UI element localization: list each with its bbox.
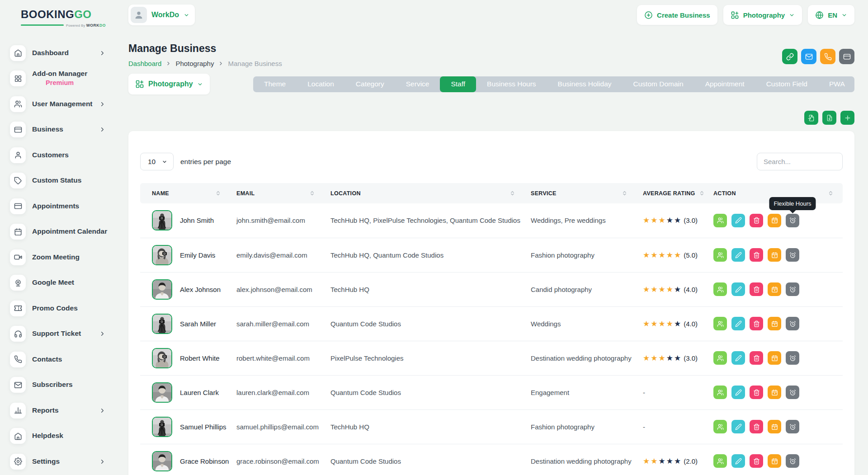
sort-icon[interactable] <box>828 190 834 196</box>
language-dropdown[interactable]: EN <box>808 5 854 25</box>
flexible-hours-button[interactable] <box>786 248 799 262</box>
tab-pwa[interactable]: PWA <box>818 76 856 92</box>
sidebar-item-customers[interactable]: Customers <box>10 142 106 168</box>
sidebar-item-business[interactable]: Business <box>10 117 106 142</box>
sidebar-item-custom-status[interactable]: Custom Status <box>10 168 106 193</box>
column-header-name[interactable]: NAME <box>140 183 225 203</box>
edit-button[interactable] <box>731 420 745 433</box>
brand-logo[interactable]: BOOKINGGO Powered By WORKDO <box>21 8 106 28</box>
flexible-hours-button[interactable]: Flexible Hours <box>786 214 799 227</box>
sort-icon[interactable] <box>622 190 627 196</box>
schedule-button[interactable] <box>768 351 781 365</box>
delete-button[interactable] <box>750 282 763 296</box>
breadcrumb-dashboard[interactable]: Dashboard <box>128 60 161 67</box>
flexible-hours-button[interactable] <box>786 454 799 468</box>
schedule-button[interactable] <box>768 248 781 262</box>
schedule-button[interactable] <box>768 282 781 296</box>
tab-category[interactable]: Category <box>345 76 395 92</box>
flexible-hours-button[interactable] <box>786 282 799 296</box>
delete-button[interactable] <box>750 214 763 227</box>
tab-custom-domain[interactable]: Custom Domain <box>623 76 694 92</box>
tab-theme[interactable]: Theme <box>253 76 297 92</box>
delete-button[interactable] <box>750 351 763 365</box>
sort-icon[interactable] <box>699 190 705 196</box>
sort-icon[interactable] <box>509 190 515 196</box>
edit-button[interactable] <box>731 282 745 296</box>
edit-button[interactable] <box>731 351 745 365</box>
sidebar-item-appointment-calendar[interactable]: Appointment Calendar <box>10 219 106 245</box>
delete-button[interactable] <box>750 454 763 468</box>
delete-button[interactable] <box>750 420 763 433</box>
business-filter-dropdown[interactable]: Photography <box>128 74 210 94</box>
sidebar-item-settings[interactable]: Settings <box>10 449 106 475</box>
sidebar-item-add-on-manager[interactable]: Add-on Manager Premium <box>10 66 106 91</box>
schedule-button[interactable] <box>768 386 781 399</box>
credit-card-action-button[interactable] <box>839 49 854 64</box>
tab-custom-field[interactable]: Custom Field <box>755 76 818 92</box>
schedule-button[interactable] <box>768 420 781 433</box>
tab-location[interactable]: Location <box>297 76 345 92</box>
sidebar-item-reports[interactable]: Reports <box>10 398 106 423</box>
sidebar-item-promo-codes[interactable]: Promo Codes <box>10 296 106 321</box>
sidebar-item-support-ticket[interactable]: Support Ticket <box>10 321 106 347</box>
assign-staff-button[interactable] <box>713 351 727 365</box>
edit-button[interactable] <box>731 317 745 330</box>
sidebar-item-dashboard[interactable]: Dashboard <box>10 40 106 66</box>
schedule-button[interactable] <box>768 317 781 330</box>
assign-staff-button[interactable] <box>713 248 727 262</box>
assign-staff-button[interactable] <box>713 420 727 433</box>
tab-staff[interactable]: Staff <box>440 76 476 92</box>
edit-button[interactable] <box>731 214 745 227</box>
export-button[interactable] <box>822 111 836 125</box>
sidebar-item-user-management[interactable]: User Management <box>10 91 106 117</box>
users-icon <box>717 286 724 293</box>
sidebar-item-contacts[interactable]: Contacts <box>10 347 106 372</box>
delete-button[interactable] <box>750 317 763 330</box>
link-action-button[interactable] <box>782 49 797 64</box>
sidebar-item-appointments[interactable]: Appointments <box>10 193 106 219</box>
sidebar-item-helpdesk[interactable]: Helpdesk <box>10 423 106 449</box>
flexible-hours-button[interactable] <box>786 317 799 330</box>
assign-staff-button[interactable] <box>713 386 727 399</box>
workspace-switcher[interactable]: WorkDo <box>128 5 195 25</box>
business-selector-dropdown[interactable]: Photography <box>723 5 802 25</box>
entries-select[interactable]: 10 <box>140 153 174 170</box>
edit-button[interactable] <box>731 386 745 399</box>
search-input[interactable] <box>757 153 843 170</box>
tab-service[interactable]: Service <box>395 76 440 92</box>
breadcrumb-photography[interactable]: Photography <box>175 60 214 67</box>
mail-action-button[interactable] <box>801 49 816 64</box>
flexible-hours-button[interactable] <box>786 386 799 399</box>
add-staff-button[interactable] <box>840 111 854 125</box>
sidebar-item-zoom-meeting[interactable]: Zoom Meeting <box>10 245 106 270</box>
assign-staff-button[interactable] <box>713 282 727 296</box>
name-cell: John Smith <box>152 210 225 230</box>
delete-button[interactable] <box>750 386 763 399</box>
sidebar-item-google-meet[interactable]: Google Meet <box>10 270 106 296</box>
flexible-hours-button[interactable] <box>786 420 799 433</box>
tooltip: Flexible Hours <box>769 197 816 210</box>
schedule-button[interactable] <box>768 454 781 468</box>
flexible-hours-button[interactable] <box>786 351 799 365</box>
column-header-average-rating[interactable]: AVERAGE RATING <box>631 183 702 203</box>
tab-business-holiday[interactable]: Business Holiday <box>547 76 623 92</box>
calendar-day-icon <box>771 389 778 396</box>
assign-staff-button[interactable] <box>713 454 727 468</box>
sort-icon[interactable] <box>215 190 221 196</box>
column-header-location[interactable]: LOCATION <box>319 183 519 203</box>
assign-staff-button[interactable] <box>713 317 727 330</box>
delete-button[interactable] <box>750 248 763 262</box>
edit-button[interactable] <box>731 454 745 468</box>
create-business-button[interactable]: Create Business <box>637 5 717 25</box>
tab-business-hours[interactable]: Business Hours <box>476 76 547 92</box>
sidebar-item-subscribers[interactable]: Subscribers <box>10 372 106 398</box>
import-button[interactable] <box>804 111 818 125</box>
edit-button[interactable] <box>731 248 745 262</box>
assign-staff-button[interactable] <box>713 214 727 227</box>
tab-appointment[interactable]: Appointment <box>694 76 755 92</box>
column-header-email[interactable]: EMAIL <box>225 183 319 203</box>
sort-icon[interactable] <box>309 190 315 196</box>
phone-action-button[interactable] <box>820 49 835 64</box>
schedule-button[interactable] <box>768 214 781 227</box>
column-header-service[interactable]: SERVICE <box>519 183 631 203</box>
